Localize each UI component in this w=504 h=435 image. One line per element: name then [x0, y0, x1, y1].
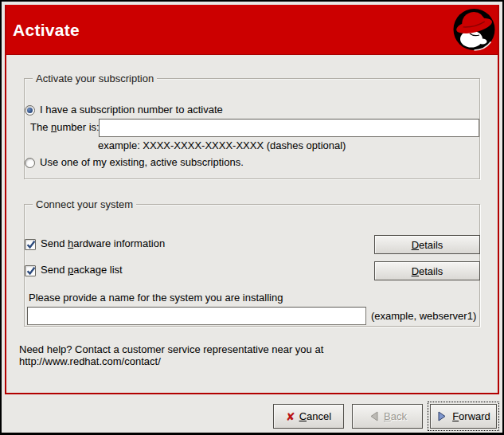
system-name-prompt: Please provide a name for the system you… — [29, 292, 283, 304]
send-hardware-checkbox[interactable] — [25, 239, 36, 250]
send-hardware-label[interactable]: Send hardware information — [41, 237, 165, 250]
cancel-button[interactable]: ✘ Cancel — [273, 404, 344, 429]
main-panel: Activate Activate — [5, 5, 499, 394]
title-banner: Activate — [6, 5, 498, 55]
redhat-logo-icon — [452, 7, 496, 51]
checkmark-icon — [25, 265, 37, 276]
hardware-details-button[interactable]: Details — [374, 235, 480, 254]
send-package-list-checkbox[interactable] — [25, 265, 36, 276]
page-title: Activate — [13, 21, 80, 40]
help-text: Need help? Contact a customer service re… — [19, 343, 323, 367]
system-name-example-hint: (example, webserver1) — [371, 310, 476, 323]
cancel-x-icon: ✘ — [286, 411, 295, 422]
radio-have-subscription-number[interactable] — [25, 105, 35, 116]
radio-use-existing-subscription[interactable] — [25, 158, 35, 168]
checkmark-icon — [25, 239, 37, 250]
forward-button[interactable]: Forward — [430, 404, 497, 429]
forward-arrow-icon — [436, 410, 448, 422]
content-area: Activate your subscription I have a subs… — [6, 55, 498, 394]
subscription-number-input[interactable] — [99, 119, 479, 137]
number-example-hint: example: XXXX-XXXX-XXXX-XXXX (dashes opt… — [98, 139, 346, 152]
help-text-line1: Need help? Contact a customer service re… — [19, 343, 323, 355]
back-arrow-icon — [368, 410, 380, 422]
back-button: Back — [352, 404, 423, 429]
radio-have-subscription-number-label[interactable]: I have a subscription number to activate — [40, 104, 223, 116]
radio-use-existing-subscription-label[interactable]: Use one of my existing, active subscript… — [40, 156, 244, 169]
connect-frame-legend: Connect your system — [33, 198, 136, 210]
subscription-frame-legend: Activate your subscription — [33, 72, 157, 84]
send-package-list-label[interactable]: Send package list — [41, 264, 123, 276]
activate-window: Activate Activate — [0, 0, 504, 435]
help-text-line2: http://www.redhat.com/contact/ — [19, 355, 323, 367]
number-field-label: The number is: — [30, 121, 100, 134]
system-name-input[interactable] — [27, 307, 366, 325]
package-details-button[interactable]: Details — [374, 261, 480, 280]
